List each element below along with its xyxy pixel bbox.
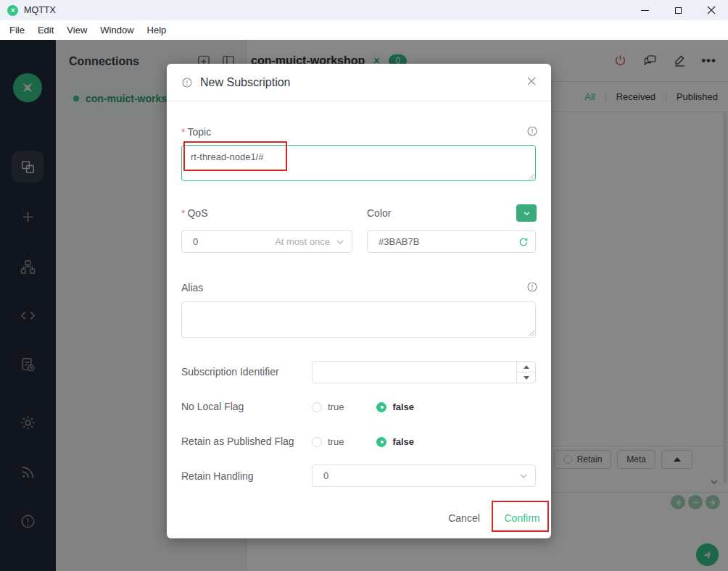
dialog-title: New Subscription <box>200 76 291 89</box>
dialog-info-icon <box>181 77 193 88</box>
annotation-box-topic <box>183 141 287 171</box>
window-titlebar: MQTTX <box>0 0 728 20</box>
mqttx-logo-icon <box>7 5 18 16</box>
qos-select[interactable]: 0 At most once <box>181 230 352 253</box>
subscription-identifier-label: Subscription Identifier <box>181 366 279 378</box>
menu-window[interactable]: Window <box>94 25 140 36</box>
topic-label: Topic <box>187 126 211 138</box>
menu-help[interactable]: Help <box>141 25 173 36</box>
menu-view[interactable]: View <box>60 25 94 36</box>
dialog-close-button[interactable] <box>526 76 537 88</box>
qos-label: QoS <box>187 207 207 219</box>
retain-as-published-radio-group: true false <box>312 436 414 447</box>
spinner-up-button[interactable] <box>517 362 535 372</box>
radio-true-label[interactable]: true <box>328 401 344 412</box>
alias-label: Alias <box>181 282 203 293</box>
required-marker: * <box>181 207 185 219</box>
retain-handling-label: Retain Handling <box>181 470 254 482</box>
alias-info-icon[interactable] <box>526 281 538 293</box>
topic-info-icon[interactable] <box>526 125 538 137</box>
qos-value-description: At most once <box>275 236 330 247</box>
chevron-down-icon <box>336 238 344 246</box>
required-marker: * <box>181 126 185 138</box>
radio-false-label[interactable]: false <box>392 401 414 412</box>
menu-edit[interactable]: Edit <box>31 25 60 36</box>
window-title: MQTTX <box>24 5 56 15</box>
no-local-flag-label: No Local Flag <box>181 401 244 412</box>
spinner-down-button[interactable] <box>517 372 535 383</box>
qos-value: 0 <box>193 236 198 247</box>
radio-true[interactable] <box>312 437 322 447</box>
chevron-down-icon <box>523 209 531 217</box>
retain-handling-value: 0 <box>323 470 328 481</box>
retain-as-published-label: Retain as Published Flag <box>181 435 294 447</box>
color-label: Color <box>367 207 391 219</box>
radio-true[interactable] <box>312 402 322 412</box>
close-window-button[interactable] <box>695 0 728 20</box>
close-icon <box>526 76 537 86</box>
topic-label-row: *Topic <box>181 126 211 138</box>
refresh-color-icon[interactable] <box>518 237 529 247</box>
minimize-icon <box>641 10 649 11</box>
radio-false-checked[interactable] <box>376 402 386 412</box>
cancel-button[interactable]: Cancel <box>442 507 486 529</box>
no-local-flag-radio-group: true false <box>312 401 414 412</box>
caret-down-icon <box>524 376 529 380</box>
radio-false-label[interactable]: false <box>392 436 414 447</box>
color-input[interactable] <box>379 236 487 247</box>
number-spinner <box>516 362 535 383</box>
chevron-down-icon <box>519 472 528 480</box>
radio-true-label[interactable]: true <box>328 436 344 447</box>
maximize-icon <box>675 7 682 14</box>
minimize-button[interactable] <box>628 0 661 20</box>
menu-file[interactable]: File <box>3 25 31 36</box>
subscription-identifier-input[interactable] <box>312 361 536 383</box>
alias-input[interactable] <box>181 301 536 338</box>
caret-up-icon <box>524 365 529 369</box>
new-subscription-dialog: New Subscription *Topic rt-thread-node1/… <box>167 64 551 538</box>
close-icon <box>707 6 716 14</box>
menu-bar: File Edit View Window Help <box>0 20 728 40</box>
maximize-button[interactable] <box>661 0 695 20</box>
retain-handling-select[interactable]: 0 <box>312 464 536 487</box>
annotation-box-confirm <box>492 501 549 532</box>
color-swatch-button[interactable] <box>516 204 537 222</box>
radio-false-checked[interactable] <box>376 437 386 447</box>
qos-label-row: *QoS <box>181 207 207 219</box>
color-field <box>367 230 536 253</box>
